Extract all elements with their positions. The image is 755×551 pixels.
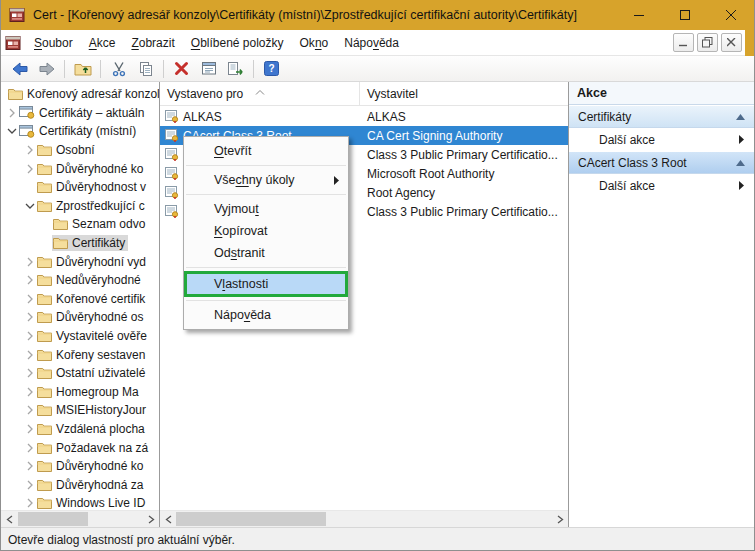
menu-soubor[interactable]: Soubor (26, 30, 81, 55)
close-button[interactable] (708, 0, 754, 30)
tree-item-label: Nedůvěryhodné (56, 273, 141, 287)
child-restore-button[interactable] (697, 33, 718, 52)
tree-item-korenovy-adresar-konzol[interactable]: Kořenový adresář konzol (1, 85, 159, 104)
delete-button[interactable] (168, 57, 195, 80)
tree-item-zprostredkujici-c[interactable]: Zprostředkující c (1, 197, 159, 216)
certificate-icon (165, 167, 179, 180)
tree-scroll-track[interactable] (17, 511, 143, 527)
menu-napoveda[interactable]: Nápověda (336, 30, 407, 55)
list-scroll-track[interactable] (176, 511, 552, 527)
tree-item-label: Důvěryhodná za (56, 478, 143, 492)
chevron-down-icon[interactable] (23, 202, 36, 210)
action-item-dalsi-akce[interactable]: Další akce (569, 174, 754, 197)
tree-item-certifikaty-mistni[interactable]: Certifikáty (místní) (1, 122, 159, 141)
tree-item-vystavitele-overe[interactable]: Vystavitelé ověře (1, 327, 159, 346)
title-bar[interactable]: Cert - [Kořenový adresář konzoly\Certifi… (1, 0, 754, 30)
list-scroll-thumb[interactable] (176, 512, 326, 526)
chevron-down-icon[interactable] (5, 127, 18, 135)
context-menu-item-all-tasks[interactable]: Všechny úkoly (184, 169, 348, 191)
forward-button[interactable] (33, 57, 60, 80)
collapse-up-icon[interactable] (736, 160, 745, 166)
context-menu-item-open[interactable]: Otevřít (184, 140, 348, 162)
menu-okno[interactable]: Okno (292, 30, 337, 55)
actions-pane: Akce CertifikátyDalší akceCAcert Class 3… (568, 82, 754, 527)
chevron-right-icon[interactable] (23, 145, 36, 155)
tree-item-duveryhodne-ko[interactable]: Důvěryhodné ko (1, 457, 159, 476)
column-header-issued-to[interactable]: Vystaveno pro (160, 82, 360, 105)
chevron-right-icon[interactable] (23, 275, 36, 285)
tree-item-duveryhodna-za[interactable]: Důvěryhodná za (1, 475, 159, 494)
list-row[interactable]: ALKASALKAS (160, 107, 568, 126)
chevron-right-icon[interactable] (23, 405, 36, 415)
tree-item-korenove-certifik[interactable]: Kořenové certifik (1, 290, 159, 309)
tree-item-duveryhodne-os[interactable]: Důvěryhodné os (1, 308, 159, 327)
chevron-right-icon[interactable] (23, 480, 36, 490)
properties-button[interactable] (195, 57, 222, 80)
list-horizontal-scrollbar[interactable] (160, 510, 568, 527)
tree-horizontal-scrollbar[interactable] (1, 510, 159, 527)
menu-zobrazit[interactable]: Zobrazit (123, 30, 182, 55)
action-section-certifikaty[interactable]: Certifikáty (569, 105, 754, 128)
action-section-cacert-class-3-root[interactable]: CAcert Class 3 Root (569, 151, 754, 174)
chevron-right-icon[interactable] (23, 331, 36, 341)
chevron-right-icon[interactable] (23, 257, 36, 267)
tree-item-ostatni-uzivatele[interactable]: Ostatní uživatelé (1, 364, 159, 383)
context-menu-item-cut[interactable]: Vyjmout (184, 198, 348, 220)
list-header: Vystaveno pro Vystavitel (160, 82, 568, 106)
menu-akce[interactable]: Akce (81, 30, 124, 55)
tree-item-duveryhodne-ko[interactable]: Důvěryhodné ko (1, 159, 159, 178)
chevron-right-icon[interactable] (23, 387, 36, 397)
tree-item-box: Důvěryhodná za (36, 477, 146, 493)
help-button[interactable]: ? (258, 57, 285, 80)
chevron-right-icon[interactable] (23, 424, 36, 434)
tree-item-pozadavek-na-za[interactable]: Požadavek na zá (1, 438, 159, 457)
mmc-app-icon (9, 7, 25, 23)
tree-item-koreny-sestaven[interactable]: Kořeny sestaven (1, 345, 159, 364)
export-list-button[interactable] (222, 57, 249, 80)
chevron-right-icon[interactable] (23, 164, 36, 174)
scroll-right-icon[interactable] (143, 511, 159, 527)
child-minimize-button[interactable] (673, 33, 694, 52)
tree-item-seznam-odvo[interactable]: Seznam odvo (1, 215, 159, 234)
tree-item-windows-live-id[interactable]: Windows Live ID (1, 494, 159, 510)
mdi-window-controls (673, 33, 745, 52)
scroll-right-icon[interactable] (552, 511, 568, 527)
cut-button[interactable] (105, 57, 132, 80)
chevron-right-icon[interactable] (23, 368, 36, 378)
chevron-right-icon[interactable] (23, 294, 36, 304)
tree-item-duveryhodni-vyd[interactable]: Důvěryhodní vyd (1, 252, 159, 271)
tree-item-label: Kořenový adresář konzol (27, 87, 159, 101)
copy-button[interactable] (132, 57, 159, 80)
back-button[interactable] (6, 57, 33, 80)
up-one-level-button[interactable] (69, 57, 96, 80)
tree-item-duveryhodnost-v[interactable]: Důvěryhodnost v (1, 178, 159, 197)
collapse-up-icon[interactable] (736, 114, 745, 120)
chevron-right-icon[interactable] (5, 108, 18, 118)
cell-issued-by: Microsoft Root Authority (360, 167, 568, 181)
tree-item-osobni[interactable]: Osobní (1, 141, 159, 160)
tree-item-certifikaty-aktualn[interactable]: Certifikáty – aktuáln (1, 104, 159, 123)
tree-item-certifikaty[interactable]: Certifikáty (1, 234, 159, 253)
chevron-right-icon[interactable] (23, 350, 36, 360)
tree-item-neduveryhodne[interactable]: Nedůvěryhodné (1, 271, 159, 290)
action-item-dalsi-akce[interactable]: Další akce (569, 128, 754, 151)
chevron-right-icon[interactable] (23, 312, 36, 322)
tree-item-msiehistoryjour[interactable]: MSIEHistoryJour (1, 401, 159, 420)
minimize-button[interactable] (616, 0, 662, 30)
child-close-button[interactable] (721, 33, 742, 52)
context-menu-item-copy[interactable]: Kopírovat (184, 220, 348, 242)
chevron-right-icon[interactable] (23, 461, 36, 471)
tree-scroll-thumb[interactable] (18, 512, 87, 526)
chevron-right-icon[interactable] (23, 498, 36, 508)
context-menu-item-delete[interactable]: Odstranit (184, 242, 348, 264)
context-menu-item-properties[interactable]: Vlastnosti (184, 271, 348, 297)
scroll-left-icon[interactable] (160, 511, 176, 527)
menu-oblibene-polozky[interactable]: Oblíbené položky (183, 30, 292, 55)
tree-item-vzdalena-plocha[interactable]: Vzdálená plocha (1, 420, 159, 439)
scroll-left-icon[interactable] (1, 511, 17, 527)
chevron-right-icon[interactable] (23, 443, 36, 453)
column-header-issued-by[interactable]: Vystavitel (360, 82, 568, 105)
maximize-button[interactable] (662, 0, 708, 30)
context-menu-item-help[interactable]: Nápověda (184, 304, 348, 326)
tree-item-homegroup-ma[interactable]: Homegroup Ma (1, 383, 159, 402)
